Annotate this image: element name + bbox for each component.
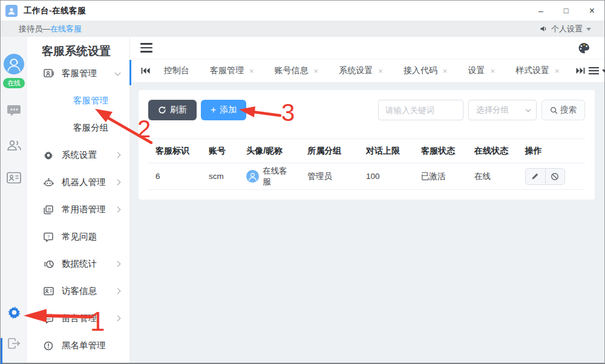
sidebar-subitem-kefu-guanli[interactable]: 客服管理 — [27, 87, 129, 114]
tabs-menu-icon[interactable] — [589, 67, 605, 75]
tab-kefu-guanli[interactable]: 客服管理 × — [200, 65, 264, 76]
close-tab-icon[interactable]: × — [249, 67, 254, 75]
row-avatar — [246, 170, 259, 183]
tab-zhanghao-xinxi[interactable]: 账号信息 × — [264, 65, 329, 76]
agent-management-card: 刷新 + 添加 选择分组 — [139, 90, 595, 200]
main-top-bar — [130, 37, 604, 59]
tab-shezhi[interactable]: 设置 × — [457, 65, 505, 76]
message-icon — [43, 314, 54, 323]
refresh-button[interactable]: 刷新 — [148, 100, 197, 120]
sidebar-item-changyongyu-guanli[interactable]: 常用语管理 — [27, 196, 129, 223]
table-row: 6 scm 在线客服 — [148, 163, 585, 190]
logout-icon[interactable] — [7, 337, 21, 352]
chevron-down-icon — [526, 106, 531, 111]
svg-text:?: ? — [47, 233, 50, 239]
tab-yangshi-shezhi[interactable]: 样式设置 × — [505, 65, 570, 76]
faq-icon: ? — [43, 232, 54, 242]
chevron-down-icon — [115, 70, 121, 76]
chevron-right-icon — [115, 207, 121, 213]
sidebar-item-changjian-wenti[interactable]: ? 常见问题 — [27, 223, 129, 250]
close-tab-icon[interactable]: × — [555, 67, 560, 75]
online-status-badge: 在线 — [3, 78, 25, 88]
tab-label: 设置 — [468, 65, 485, 76]
id-card-icon[interactable] — [7, 172, 21, 186]
col-actions: 操作 — [518, 139, 585, 163]
tab-bar: 控制台 客服管理 × 账号信息 × 系统设置 × 接入代码 × — [130, 59, 604, 83]
tab-console[interactable]: 控制台 — [154, 65, 200, 76]
sidebar-item-label: 客服管理 — [62, 68, 97, 79]
theme-palette-icon[interactable] — [578, 42, 590, 54]
robot-icon — [43, 178, 54, 187]
close-tab-icon[interactable]: × — [443, 67, 448, 75]
chevron-right-icon — [115, 180, 121, 186]
sidebar-item-xitong-shezhi[interactable]: 系统设置 — [27, 141, 129, 169]
table-header-row: 客服标识 账号 头像/昵称 所属分组 对话上限 客服状态 在线状态 操作 — [148, 139, 585, 163]
col-online-status: 在线状态 — [467, 139, 518, 163]
keyword-search-input[interactable] — [378, 100, 463, 120]
pencil-icon — [531, 172, 539, 180]
tab-label: 客服管理 — [210, 65, 244, 76]
sidebar-item-shuju-tongji[interactable]: 数据统计 — [27, 250, 129, 278]
group-select-dropdown[interactable]: 选择分组 — [468, 100, 537, 120]
window-title: 工作台-在线客服 — [24, 5, 86, 16]
tab-label: 接入代码 — [404, 65, 437, 76]
chat-icon[interactable] — [7, 104, 21, 120]
title-bar: 工作台-在线客服 – □ × — [1, 1, 604, 21]
refresh-label: 刷新 — [170, 105, 187, 115]
sidebar-item-label: 访客信息 — [62, 285, 97, 297]
blacklist-icon — [43, 341, 54, 351]
col-avatar-nickname: 头像/昵称 — [239, 139, 300, 163]
tab-label: 样式设置 — [515, 65, 549, 76]
chevron-down-icon — [586, 28, 591, 31]
cell-agent-status: 已激活 — [414, 163, 467, 190]
group-select-value: 选择分组 — [476, 105, 509, 115]
cell-account: scm — [201, 163, 239, 190]
toolbar: 刷新 + 添加 选择分组 — [148, 100, 585, 120]
tabs-scroll-right-icon[interactable] — [576, 67, 585, 74]
agent-avatar[interactable] — [4, 54, 24, 74]
agents-table: 客服标识 账号 头像/昵称 所属分组 对话上限 客服状态 在线状态 操作 — [148, 138, 585, 190]
disable-button[interactable] — [545, 168, 565, 185]
collapse-sidebar-icon[interactable] — [140, 43, 152, 53]
sidebar-title: 客服系统设置 — [27, 37, 129, 60]
minimize-button[interactable]: – — [538, 7, 543, 15]
chevron-right-icon — [115, 288, 121, 294]
col-agent-status: 客服状态 — [414, 139, 467, 163]
personal-settings-menu[interactable]: 个人设置 — [551, 24, 583, 34]
tab-xitong-shezhi[interactable]: 系统设置 × — [329, 65, 393, 76]
app-window: 工作台-在线客服 – □ × 接待员—在线客服 个人设置 — [0, 0, 605, 364]
close-tab-icon[interactable]: × — [490, 67, 495, 75]
active-menu-indicator — [129, 60, 131, 85]
sidebar-item-jiqiren-guanli[interactable]: 机器人管理 — [27, 169, 129, 196]
close-tab-icon[interactable]: × — [378, 67, 383, 75]
tabs-scroll-left-icon[interactable] — [141, 67, 150, 74]
icon-rail: 在线 — [1, 37, 27, 363]
close-tab-icon[interactable]: × — [314, 67, 319, 75]
search-button[interactable]: 搜索 — [541, 100, 585, 120]
sidebar-item-label: 机器人管理 — [62, 177, 106, 188]
settings-gear-icon[interactable] — [7, 305, 21, 322]
tab-jieru-daima[interactable]: 接入代码 × — [393, 65, 458, 76]
sidebar-item-kefu-guanli-parent[interactable]: 客服管理 — [27, 60, 129, 87]
sidebar-item-label: 系统设置 — [62, 149, 97, 161]
visitors-icon[interactable] — [7, 139, 22, 154]
search-label: 搜索 — [560, 105, 577, 115]
sidebar-item-heimingdan-guanli[interactable]: 黑名单管理 — [27, 332, 129, 359]
receptionist-name-link[interactable]: 在线客服 — [50, 24, 82, 34]
sidebar-item-liuyan-guanli[interactable]: 留言管理 — [27, 305, 129, 332]
col-agent-id: 客服标识 — [148, 139, 201, 163]
edit-button[interactable] — [525, 168, 545, 185]
speaker-icon[interactable] — [540, 25, 548, 33]
receptionist-label: 接待员— — [19, 24, 50, 34]
close-button[interactable]: × — [589, 6, 595, 16]
chevron-right-icon — [115, 316, 121, 322]
maximize-button[interactable]: □ — [564, 7, 569, 15]
cell-online-status: 在线 — [467, 163, 518, 190]
sidebar-item-fangke-xinxi[interactable]: 访客信息 — [27, 278, 129, 305]
chevron-right-icon — [115, 261, 121, 267]
phrases-icon — [43, 205, 54, 215]
add-button[interactable]: + 添加 — [201, 100, 246, 120]
sidebar-subitem-kefu-fenzu[interactable]: 客服分组 — [27, 114, 129, 141]
main-area: 控制台 客服管理 × 账号信息 × 系统设置 × 接入代码 × — [130, 37, 604, 363]
stats-icon — [43, 259, 54, 269]
